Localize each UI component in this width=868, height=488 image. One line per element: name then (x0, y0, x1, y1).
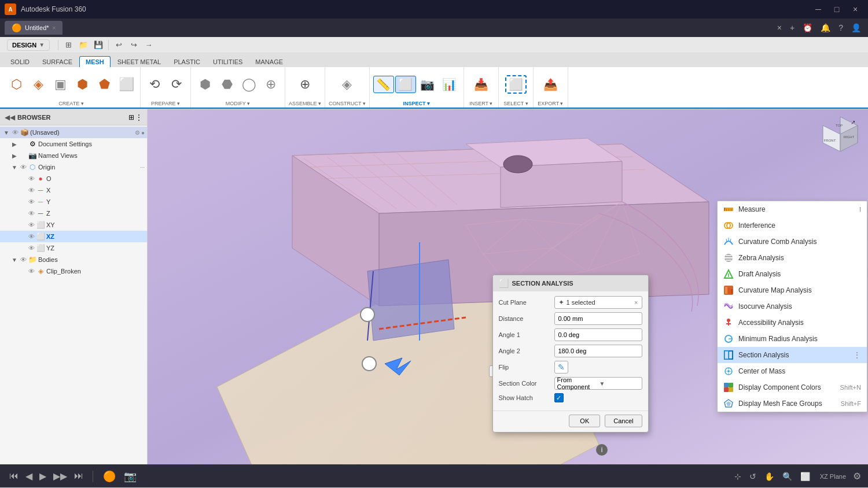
inspect-item-section-analysis[interactable]: Section Analysis ⋮ (718, 347, 867, 363)
display-settings-btn[interactable]: ⬜ (797, 471, 813, 482)
design-workspace-button[interactable]: DESIGN ▼ (7, 39, 50, 51)
create-btn-6[interactable]: ⬜ (116, 76, 137, 93)
cut-plane-input[interactable]: ✦ 1 selected × (554, 296, 642, 309)
nav-prev-btn[interactable]: ◀ (23, 469, 35, 483)
nav-last-btn[interactable]: ⏭ (72, 469, 86, 483)
tree-item-xy[interactable]: 👁 ⬜ XY (0, 219, 147, 231)
nav-next-btn[interactable]: ▶▶ (51, 469, 69, 483)
tree-item-bodies[interactable]: ▼ 👁 📁 Bodies (0, 254, 147, 265)
eye-icon[interactable]: 👁 (19, 256, 28, 263)
nav-play-btn[interactable]: ▶ (37, 469, 49, 483)
inspect-analysis-btn[interactable]: ⬜ (395, 76, 416, 93)
insert-btn-1[interactable]: 📥 (470, 76, 491, 93)
modify-btn-1[interactable]: ⬢ (194, 76, 215, 93)
section-color-select[interactable]: From Component ▼ (554, 377, 642, 390)
info-button[interactable]: i (596, 444, 608, 456)
prepare-btn-2[interactable]: ⟳ (166, 76, 187, 93)
forward-button[interactable]: → (142, 39, 155, 51)
add-tab-button[interactable]: + (788, 22, 797, 34)
tab-solid[interactable]: SOLID (5, 57, 35, 67)
ok-button[interactable]: OK (569, 415, 600, 427)
tree-item-xz[interactable]: 👁 ⬜ XZ (0, 231, 147, 242)
expander[interactable]: ▼ (10, 257, 19, 263)
create-btn-2[interactable]: ◈ (28, 76, 49, 93)
viewport[interactable]: 0.00 mm ⋮ i TOP (148, 109, 868, 464)
section-analysis-more-icon[interactable]: ⋮ (853, 350, 861, 360)
maximize-button[interactable]: □ (829, 3, 845, 16)
nav-first-btn[interactable]: ⏮ (7, 469, 21, 483)
browser-back-arrow[interactable]: ◀◀ (5, 113, 15, 121)
modify-btn-2[interactable]: ⬣ (216, 76, 237, 93)
home-view-btn[interactable]: ⊹ (731, 471, 744, 482)
modify-btn-3[interactable]: ◯ (238, 76, 259, 93)
tree-item-doc-settings[interactable]: ▶ 👁 ⚙ Document Settings (0, 138, 147, 150)
tab-manage[interactable]: MANAGE (249, 57, 289, 67)
tree-item-yz[interactable]: 👁 ⬜ YZ (0, 242, 147, 254)
browser-more-btn[interactable]: ⋮ (135, 113, 142, 121)
show-hatch-checkbox[interactable] (554, 393, 564, 402)
help-button[interactable]: ? (836, 22, 845, 34)
distance-input[interactable] (554, 312, 642, 325)
eye-icon[interactable]: 👁 (27, 210, 36, 217)
inspect-item-curvature-map[interactable]: Curvature Map Analysis (718, 282, 867, 298)
open-button[interactable]: 📁 (77, 39, 90, 51)
eye-icon[interactable]: 👁 (27, 187, 36, 194)
expander[interactable]: ▼ (10, 164, 19, 171)
viewcube[interactable]: TOP FRONT RIGHT ↗ (817, 114, 863, 160)
tree-item-root[interactable]: ▼ 👁 📦 (Unsaved) ⚙ ● (0, 127, 147, 138)
document-tab[interactable]: 🟠 Untitled* × (5, 21, 62, 35)
inspect-item-interference[interactable]: Interference (718, 217, 867, 234)
settings-icon[interactable]: ⚙ (135, 130, 140, 136)
inspect-item-center-of-mass[interactable]: Center of Mass (718, 363, 867, 379)
inspect-item-min-radius[interactable]: Minimum Radius Analysis (718, 331, 867, 347)
tree-item-named-views[interactable]: ▶ 👁 📷 Named Views (0, 150, 147, 161)
create-btn-1[interactable]: ⬡ (6, 76, 27, 93)
browser-filter-btn[interactable]: ⊞ (128, 113, 134, 121)
user-button[interactable]: 👤 (849, 22, 863, 34)
eye-icon[interactable]: 👁 (27, 175, 36, 182)
tree-item-z[interactable]: 👁 ─ Z (0, 208, 147, 219)
create-btn-5[interactable]: ⬟ (94, 76, 115, 93)
tree-item-origin[interactable]: ▼ 👁 ⬡ Origin ··· (0, 161, 147, 173)
angle2-input[interactable] (554, 345, 642, 357)
inspect-item-accessibility[interactable]: Accessibility Analysis (718, 315, 867, 331)
save-button[interactable]: 💾 (92, 39, 105, 51)
construct-btn-1[interactable]: ◈ (337, 76, 358, 93)
tree-item-y[interactable]: 👁 ─ Y (0, 196, 147, 208)
minimize-button[interactable]: ─ (810, 3, 826, 16)
eye-icon[interactable]: 👁 (27, 221, 36, 228)
inspect-btn-3[interactable]: 📷 (417, 76, 438, 93)
inspect-item-display-mesh-face-groups[interactable]: Display Mesh Face Groups Shift+F (718, 395, 867, 412)
flip-button[interactable]: ✎ (554, 361, 568, 374)
undo-button[interactable]: ↩ (112, 39, 125, 51)
eye-icon[interactable]: 👁 (19, 164, 28, 171)
eye-icon[interactable]: 👁 (27, 233, 36, 240)
tree-item-o[interactable]: 👁 ● O (0, 173, 147, 184)
tab-close-button[interactable]: × (53, 25, 56, 31)
select-btn-1[interactable]: ⬜ (505, 75, 527, 94)
inspect-item-display-component-colors[interactable]: Display Component Colors Shift+N (718, 379, 867, 395)
tab-mesh[interactable]: MESH (79, 56, 111, 67)
export-btn-1[interactable]: 📤 (540, 76, 561, 93)
inspect-item-curvature-comb[interactable]: Curvature Comb Analysis (718, 234, 867, 250)
angle1-input[interactable] (554, 328, 642, 341)
expander[interactable]: ▶ (10, 141, 19, 147)
eye-icon[interactable]: 👁 (27, 198, 36, 205)
tree-item-x[interactable]: 👁 ─ X (0, 184, 147, 196)
inspect-btn-4[interactable]: 📊 (439, 76, 460, 93)
pan-btn[interactable]: ✋ (762, 471, 777, 482)
close-button[interactable]: × (847, 3, 863, 16)
inspect-item-draft[interactable]: Draft Analysis (718, 266, 867, 282)
prepare-btn-1[interactable]: ⟲ (144, 76, 165, 93)
cancel-button[interactable]: Cancel (605, 415, 642, 427)
inspect-item-isocurve[interactable]: Isocurve Analysis (718, 298, 867, 315)
zoom-btn[interactable]: 🔍 (779, 471, 795, 482)
expander[interactable]: ▶ (10, 153, 19, 159)
tab-sheet-metal[interactable]: SHEET METAL (112, 57, 167, 67)
grid-button[interactable]: ⊞ (62, 39, 75, 51)
tree-item-clip-broken[interactable]: 👁 ◈ Clip_Broken (0, 265, 147, 277)
close-tab-action[interactable]: × (775, 22, 784, 34)
tab-plastic[interactable]: PLASTIC (168, 57, 206, 67)
notification-button[interactable]: 🔔 (818, 22, 833, 34)
measure-ribbon-btn[interactable]: 📏 (373, 76, 394, 93)
